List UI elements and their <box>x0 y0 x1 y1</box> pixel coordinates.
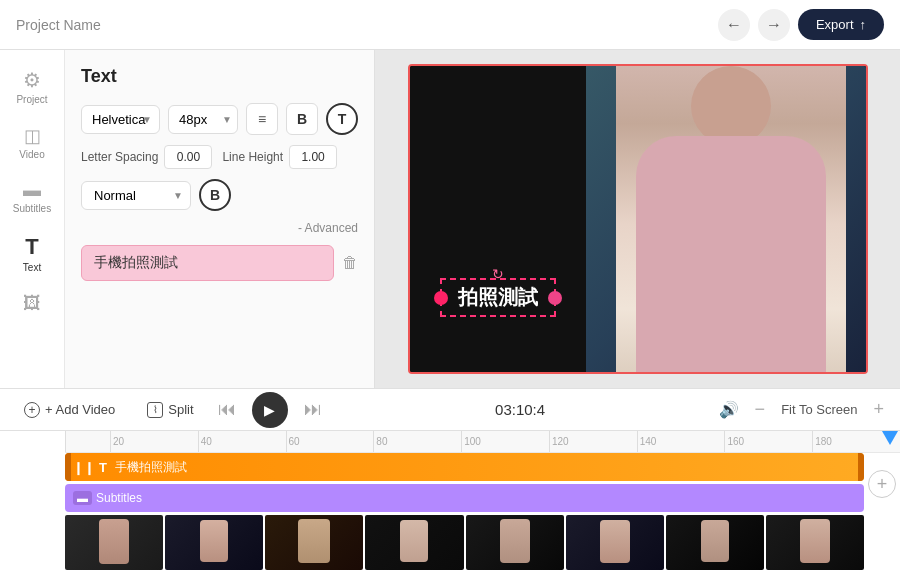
forward-button[interactable]: → <box>758 9 790 41</box>
track-handle-right[interactable] <box>858 453 864 481</box>
text-style-select[interactable]: Normal Bold Italic Bold Italic <box>81 181 191 210</box>
split-icon: ⌇ <box>147 402 163 418</box>
track-pause-icon: ❙❙ <box>73 460 95 475</box>
project-name-label: Project Name <box>16 17 101 33</box>
image-icon: 🖼 <box>23 293 41 314</box>
sidebar-label-project: Project <box>16 94 47 105</box>
subtitles-icon-badge: ▬ <box>73 491 92 505</box>
sidebar-item-project[interactable]: ⚙ Project <box>4 60 60 113</box>
sidebar-label-subtitles: Subtitles <box>13 203 51 214</box>
thumbnail-6 <box>566 515 664 570</box>
export-button[interactable]: Export ↑ <box>798 9 884 40</box>
thumbnail-2 <box>165 515 263 570</box>
advanced-label: - Advanced <box>298 221 358 235</box>
letter-spacing-label: Letter Spacing <box>81 150 158 164</box>
sidebar-label-video: Video <box>19 149 44 160</box>
letter-spacing-value[interactable]: 0.00 <box>164 145 212 169</box>
sidebar-label-text: Text <box>23 262 41 273</box>
track-text-icon: T <box>99 460 107 475</box>
thumbnail-4 <box>365 515 463 570</box>
ruler-mark: 20 <box>110 431 198 452</box>
purple-track-label: Subtitles <box>96 491 142 505</box>
orange-track[interactable]: ❙❙ T 手機拍照測試 <box>65 453 864 481</box>
handle-right <box>548 291 562 305</box>
ruler-mark: 80 <box>373 431 461 452</box>
playhead-indicator <box>882 431 898 445</box>
ruler-mark: 160 <box>724 431 812 452</box>
thumbnail-1 <box>65 515 163 570</box>
preview-text: 拍照測試 <box>458 286 538 308</box>
text-style-wrapper[interactable]: Normal Bold Italic Bold Italic ▼ <box>81 181 191 210</box>
ruler-mark: 140 <box>637 431 725 452</box>
text-list: 手機拍照測試 🗑 <box>81 245 358 372</box>
volume-icon[interactable]: 🔊 <box>719 400 739 419</box>
thumbnails-strip <box>65 515 864 570</box>
thumbnail-3 <box>265 515 363 570</box>
track-handle-left[interactable] <box>65 453 71 481</box>
add-video-icon: + <box>24 402 40 418</box>
text-item-content[interactable]: 手機拍照測試 <box>81 245 334 281</box>
play-button[interactable]: ▶ <box>252 392 288 428</box>
back-button[interactable]: ← <box>718 9 750 41</box>
orange-track-label: 手機拍照測試 <box>115 459 187 476</box>
background-button[interactable]: B <box>199 179 231 211</box>
align-icon: ≡ <box>258 111 266 127</box>
text-style-button[interactable]: T <box>326 103 358 135</box>
bold-button[interactable]: B <box>286 103 318 135</box>
forward-icon: → <box>766 16 782 34</box>
text-align-button[interactable]: ≡ <box>246 103 278 135</box>
video-icon: ◫ <box>24 125 41 147</box>
thumbnail-5 <box>466 515 564 570</box>
split-button[interactable]: ⌇ Split <box>139 398 201 422</box>
split-label: Split <box>168 402 193 417</box>
skip-forward-button[interactable]: ⏭ <box>304 399 322 420</box>
font-family-select[interactable]: Helvetica Arial Times New Roman <box>81 105 160 134</box>
purple-track[interactable]: ▬ Subtitles <box>65 484 864 512</box>
skip-back-button[interactable]: ⏮ <box>218 399 236 420</box>
font-family-wrapper[interactable]: Helvetica Arial Times New Roman ▼ <box>81 105 160 134</box>
add-track-button[interactable]: + <box>868 470 896 498</box>
text-list-item: 手機拍照測試 🗑 <box>81 245 358 281</box>
font-size-wrapper[interactable]: 48px 12px 16px 24px 32px 64px 72px ▼ <box>168 105 238 134</box>
time-display: 03:10:4 <box>338 401 703 418</box>
subtitles-icon: ▬ <box>23 180 41 201</box>
play-icon: ▶ <box>264 402 275 418</box>
advanced-link[interactable]: - Advanced <box>81 221 358 235</box>
zoom-out-button[interactable]: − <box>755 399 766 420</box>
sidebar-item-image[interactable]: 🖼 <box>4 285 60 322</box>
line-height-value[interactable]: 1.00 <box>289 145 337 169</box>
text-item-delete-button[interactable]: 🗑 <box>342 254 358 272</box>
project-icon: ⚙ <box>23 68 41 92</box>
fit-to-screen-label[interactable]: Fit To Screen <box>781 402 857 417</box>
thumbnail-8 <box>766 515 864 570</box>
font-size-select[interactable]: 48px 12px 16px 24px 32px 64px 72px <box>168 105 238 134</box>
text-overlay-container[interactable]: ↻ 拍照測試 <box>440 278 836 317</box>
sidebar-item-text[interactable]: T Text <box>4 226 60 281</box>
ruler-mark: 60 <box>286 431 374 452</box>
b-circle-label: B <box>210 187 220 203</box>
rotate-handle-icon: ↻ <box>492 266 504 282</box>
panel-title: Text <box>81 66 358 87</box>
t-icon: T <box>338 111 347 127</box>
add-video-label: + Add Video <box>45 402 115 417</box>
sidebar-item-video[interactable]: ◫ Video <box>4 117 60 168</box>
export-label: Export <box>816 17 854 32</box>
zoom-in-button[interactable]: + <box>873 399 884 420</box>
bold-icon: B <box>297 111 307 127</box>
sidebar-item-subtitles[interactable]: ▬ Subtitles <box>4 172 60 222</box>
ruler-mark: 100 <box>461 431 549 452</box>
thumbnail-7 <box>666 515 764 570</box>
preview-area: ↻ 拍照測試 <box>375 50 900 388</box>
export-icon: ↑ <box>860 17 867 32</box>
preview-canvas[interactable]: ↻ 拍照測試 <box>408 64 868 374</box>
back-icon: ← <box>726 16 742 34</box>
add-video-button[interactable]: + + Add Video <box>16 398 123 422</box>
ruler-mark <box>65 431 110 452</box>
ruler-mark: 40 <box>198 431 286 452</box>
line-height-label: Line Height <box>222 150 283 164</box>
handle-left <box>434 291 448 305</box>
ruler-mark: 120 <box>549 431 637 452</box>
text-icon: T <box>25 234 38 260</box>
